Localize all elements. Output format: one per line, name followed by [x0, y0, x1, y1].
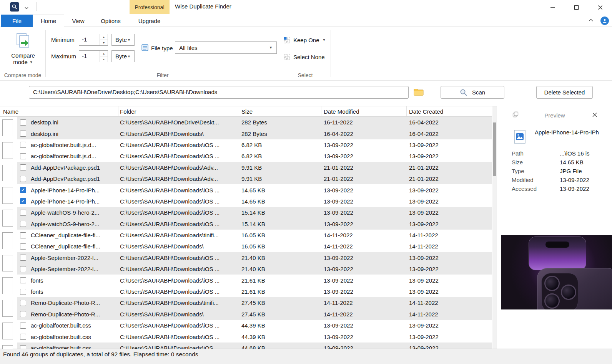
row-checkbox[interactable] [20, 187, 26, 193]
table-row[interactable]: Apple-iPhone-14-Pro-iPh...C:\Users\SAURA… [0, 184, 492, 195]
account-button[interactable] [600, 17, 609, 25]
preview-close-button[interactable] [590, 111, 599, 119]
table-row[interactable]: Apple-watchOS-9-hero-2...C:\Users\SAURAB… [0, 207, 492, 218]
close-button[interactable] [588, 0, 612, 15]
group-select-box[interactable] [2, 232, 13, 249]
row-checkbox[interactable] [20, 289, 26, 295]
file-size: 6.82 KB [239, 142, 321, 148]
table-row[interactable]: Remo-Duplicate-Photo-R...C:\Users\SAURAB… [0, 309, 492, 320]
table-row[interactable]: ac-globalfooter.built.js.d...C:\Users\SA… [0, 151, 492, 162]
row-checkbox[interactable] [20, 153, 26, 159]
table-row[interactable]: CCleaner_duplicate-file-fi...C:\Users\SA… [0, 241, 492, 252]
row-checkbox[interactable] [20, 176, 26, 182]
group-select-box[interactable] [2, 165, 13, 182]
table-row[interactable]: desktop.iniC:\Users\SAURABH\OneDrive\Des… [0, 117, 492, 128]
column-header-name[interactable]: Name [0, 106, 118, 116]
column-header-size[interactable]: Size [239, 106, 321, 116]
maximize-button[interactable] [564, 0, 588, 15]
close-icon [598, 5, 603, 10]
file-size: 6.82 KB [239, 153, 321, 159]
group-select-box[interactable] [2, 142, 13, 159]
preview-field-row: Modified13-09-2022 [512, 175, 610, 184]
vertical-scrollbar[interactable] [492, 106, 497, 349]
table-row[interactable]: CCleaner_duplicate-file-fi...C:\Users\SA… [0, 230, 492, 241]
row-checkbox[interactable] [20, 266, 26, 272]
compare-mode-button[interactable]: Compare mode ▼ [3, 31, 43, 69]
table-row[interactable]: fontsC:\Users\SAURABH\Downloads\iOS ...2… [0, 275, 492, 286]
minimum-size-input[interactable]: -1 ▲▼ [79, 34, 108, 46]
table-row[interactable]: Apple-watchOS-9-hero-2...C:\Users\SAURAB… [0, 218, 492, 230]
row-checkbox[interactable] [20, 198, 26, 204]
row-checkbox[interactable] [20, 232, 26, 238]
table-row[interactable]: ac-globalfooter.built.cssC:\Users\SAURAB… [0, 331, 492, 342]
row-checkbox[interactable] [20, 255, 26, 261]
row-checkbox[interactable] [20, 243, 26, 250]
table-row[interactable]: Apple-iPhone-14-Pro-iPh...C:\Users\SAURA… [0, 196, 492, 207]
tab-view[interactable]: View [64, 15, 92, 27]
delete-selected-button[interactable]: Delete Selected [536, 86, 593, 99]
minimum-size-value[interactable]: -1 [79, 34, 100, 45]
browse-folder-button[interactable] [412, 87, 425, 98]
group-select-box[interactable] [2, 323, 13, 339]
table-row[interactable]: fontsC:\Users\SAURABH\Downloads\iOS ...2… [0, 286, 492, 297]
table-row[interactable]: desktop.iniC:\Users\SAURABH\Downloads\28… [0, 128, 492, 139]
row-checkbox[interactable] [20, 131, 26, 137]
tab-upgrade[interactable]: Upgrade [129, 15, 170, 27]
maximum-size-input[interactable]: -1 ▲▼ [79, 50, 108, 62]
group-select-box[interactable] [2, 255, 13, 272]
date-created: 13-09-2022 [407, 288, 492, 295]
duplicate-group: Apple-iPhone-14-Pro-iPh...C:\Users\SAURA… [0, 184, 492, 207]
date-modified: 21-01-2022 [321, 175, 407, 182]
table-row[interactable]: Apple-September-2022-l...C:\Users\SAURAB… [0, 252, 492, 263]
minimum-unit-dropdown[interactable]: Byte ▼ [111, 34, 135, 46]
table-row[interactable]: ac-globalfooter.built.js.d...C:\Users\SA… [0, 139, 492, 151]
image-file-icon [514, 130, 526, 145]
date-created: 13-09-2022 [407, 255, 492, 261]
column-header-date-modified[interactable]: Date Modified [321, 106, 407, 116]
preview-field-value: 13-09-2022 [560, 177, 589, 183]
table-row[interactable]: Add-AppDevPackage.psd1C:\Users\SAURABH\D… [0, 173, 492, 184]
row-checkbox[interactable] [20, 311, 26, 317]
quick-access-caret-icon[interactable] [25, 4, 28, 11]
tab-file[interactable]: File [1, 15, 33, 27]
row-checkbox[interactable] [20, 210, 26, 216]
preview-image[interactable] [501, 235, 612, 309]
row-checkbox[interactable] [20, 221, 26, 227]
group-select-box[interactable] [2, 187, 13, 204]
collapse-ribbon-button[interactable] [588, 17, 594, 24]
scrollbar-thumb[interactable] [493, 122, 496, 176]
minimum-spinner[interactable]: ▲▼ [100, 34, 108, 45]
minimize-button[interactable] [540, 0, 564, 15]
row-checkbox[interactable] [20, 142, 26, 148]
file-size: 16.05 KB [239, 243, 321, 250]
table-row[interactable]: Apple-September-2022-l...C:\Users\SAURAB… [0, 263, 492, 275]
file-type-combobox[interactable]: All files ▼ [175, 41, 277, 54]
table-row[interactable]: Add-AppDevPackage.psd1C:\Users\SAURABH\D… [0, 162, 492, 173]
app-icon[interactable] [10, 2, 19, 12]
row-checkbox[interactable] [20, 164, 26, 170]
table-row[interactable]: Remo-Duplicate-Photo-R...C:\Users\SAURAB… [0, 297, 492, 308]
row-checkbox[interactable] [20, 334, 26, 340]
row-checkbox[interactable] [20, 323, 26, 329]
tab-home[interactable]: Home [33, 15, 64, 27]
row-checkbox[interactable] [20, 119, 26, 126]
maximum-unit-dropdown[interactable]: Byte ▼ [111, 50, 135, 62]
group-select-box[interactable] [2, 300, 13, 317]
row-checkbox[interactable] [20, 277, 26, 283]
group-select-box[interactable] [2, 210, 13, 227]
group-select-box[interactable] [2, 345, 13, 349]
keep-one-button[interactable]: Keep One ▼ [282, 35, 328, 45]
maximum-size-value[interactable]: -1 [79, 51, 100, 62]
group-select-box[interactable] [2, 277, 13, 294]
column-header-folder[interactable]: Folder [118, 106, 239, 116]
table-row[interactable]: ac-globalfooter.built.cssC:\Users\SAURAB… [0, 320, 492, 331]
scan-button[interactable]: Scan [441, 86, 504, 99]
maximum-spinner[interactable]: ▲▼ [100, 51, 108, 62]
column-header-date-created[interactable]: Date Created [407, 106, 492, 116]
tab-options[interactable]: Options [92, 15, 129, 27]
row-checkbox[interactable] [20, 300, 26, 306]
table-row[interactable]: ac-globalfooter.built.css...C:\Users\SAU… [0, 342, 492, 349]
scan-path-input[interactable]: C:\Users\SAURABH\OneDrive\Desktop;C:\Use… [29, 86, 409, 99]
select-none-button[interactable]: Select None [282, 52, 328, 62]
group-select-box[interactable] [2, 119, 13, 136]
